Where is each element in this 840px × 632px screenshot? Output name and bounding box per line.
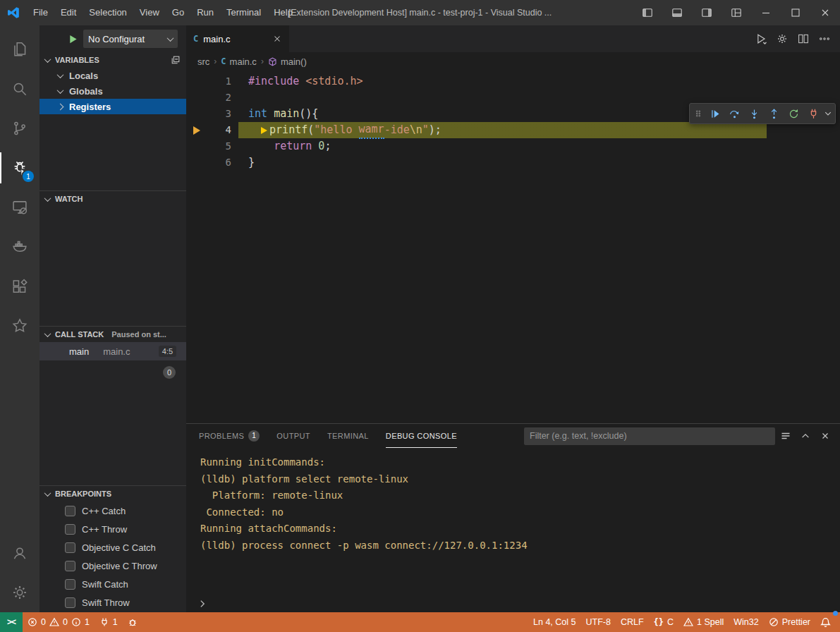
checkbox-unchecked[interactable] bbox=[65, 597, 75, 608]
line-content[interactable]: #include <stdio.h> bbox=[248, 73, 363, 90]
variables-item-registers[interactable]: Registers bbox=[39, 99, 186, 114]
cursor-position[interactable]: Ln 4, Col 5 bbox=[528, 612, 580, 632]
language-mode[interactable]: {} C bbox=[649, 612, 678, 632]
console-output[interactable]: Running initCommands:(lldb) platform sel… bbox=[186, 448, 840, 595]
remote-indicator[interactable]: >< bbox=[0, 612, 23, 632]
checkbox-unchecked[interactable] bbox=[65, 579, 75, 590]
toggle-sidebar-icon[interactable] bbox=[633, 0, 662, 25]
menu-selection[interactable]: Selection bbox=[83, 0, 133, 25]
problems-status[interactable]: 0 0 1 bbox=[23, 612, 95, 632]
close-tab-icon[interactable] bbox=[272, 34, 282, 44]
minimize-icon[interactable] bbox=[751, 0, 781, 25]
step-over-icon[interactable] bbox=[724, 104, 744, 123]
checkbox-unchecked[interactable] bbox=[65, 542, 75, 553]
ports-status[interactable]: 1 bbox=[95, 612, 123, 632]
toggle-panel-icon[interactable] bbox=[662, 0, 692, 25]
run-or-debug-icon[interactable] bbox=[751, 29, 771, 49]
activity-source-control[interactable] bbox=[0, 109, 39, 148]
notifications-bell[interactable] bbox=[815, 612, 836, 632]
glyph-margin[interactable] bbox=[186, 90, 207, 106]
spell-checker-status[interactable]: 1 Spell bbox=[678, 612, 729, 632]
encoding-selector[interactable]: UTF-8 bbox=[580, 612, 615, 632]
close-icon[interactable] bbox=[810, 0, 840, 25]
activity-search[interactable] bbox=[0, 69, 39, 109]
menu-view[interactable]: View bbox=[133, 0, 166, 25]
breadcrumb-main-c[interactable]: C main.c bbox=[221, 56, 257, 67]
console-filter-input[interactable] bbox=[524, 427, 775, 445]
launch-config-select[interactable]: No Configurat bbox=[83, 30, 178, 48]
start-debug-icon[interactable] bbox=[68, 34, 78, 44]
chevron-down-icon[interactable] bbox=[823, 104, 833, 123]
toggle-secondary-sidebar-icon[interactable] bbox=[692, 0, 722, 25]
activity-remote-explorer[interactable] bbox=[0, 188, 39, 227]
filter-list-icon[interactable] bbox=[777, 427, 795, 445]
console-input[interactable] bbox=[186, 595, 840, 612]
chevron-down-icon bbox=[44, 490, 51, 497]
code-editor[interactable]: 1#include <stdio.h>23int main(){4 printf… bbox=[186, 71, 840, 423]
continue-icon[interactable] bbox=[705, 104, 724, 123]
breadcrumb-src[interactable]: src bbox=[197, 56, 209, 67]
watch-header[interactable]: WATCH bbox=[39, 191, 186, 207]
eol-selector[interactable]: CRLF bbox=[616, 612, 649, 632]
panel-tab-debug-console[interactable]: DEBUG CONSOLE bbox=[386, 424, 457, 448]
glyph-margin[interactable] bbox=[186, 106, 207, 122]
bottom-panel: PROBLEMS1OUTPUTTERMINALDEBUG CONSOLE Run… bbox=[186, 423, 840, 612]
variables-item-locals[interactable]: Locals bbox=[39, 68, 186, 83]
breakpoint-item-objective-c-catch[interactable]: Objective C Catch bbox=[39, 538, 186, 557]
formatter-status[interactable]: Prettier bbox=[764, 612, 815, 632]
checkbox-unchecked[interactable] bbox=[65, 561, 75, 571]
breakpoint-item-c-catch[interactable]: C++ Catch bbox=[39, 502, 186, 520]
glyph-margin[interactable] bbox=[186, 122, 207, 138]
customize-layout-icon[interactable] bbox=[722, 0, 751, 25]
panel-tab-problems[interactable]: PROBLEMS1 bbox=[199, 424, 260, 448]
menu-run[interactable]: Run bbox=[190, 0, 220, 25]
call-stack-frame[interactable]: main main.c 4:5 bbox=[39, 342, 186, 360]
panel-tab-terminal[interactable]: TERMINAL bbox=[327, 424, 369, 448]
variables-item-globals[interactable]: Globals bbox=[39, 83, 186, 99]
split-editor-icon[interactable] bbox=[793, 29, 813, 49]
menu-terminal[interactable]: Terminal bbox=[220, 0, 267, 25]
breakpoint-item-objective-c-throw[interactable]: Objective C Throw bbox=[39, 557, 186, 575]
activity-account[interactable] bbox=[0, 533, 39, 573]
debug-status[interactable] bbox=[123, 612, 142, 632]
line-content[interactable]: printf("hello wamr-ide\n"); bbox=[248, 122, 442, 138]
menu-go[interactable]: Go bbox=[166, 0, 190, 25]
collapse-all-icon[interactable] bbox=[171, 55, 181, 65]
drag-handle-icon[interactable] bbox=[692, 104, 705, 123]
more-actions-icon[interactable] bbox=[815, 29, 834, 49]
step-out-icon[interactable] bbox=[764, 104, 784, 123]
activity-star[interactable] bbox=[0, 306, 39, 346]
tab-main-c[interactable]: C main.c bbox=[186, 25, 289, 52]
settings-gear-icon[interactable] bbox=[772, 29, 792, 49]
breakpoints-header[interactable]: BREAKPOINTS bbox=[39, 486, 186, 502]
activity-docker[interactable] bbox=[0, 227, 39, 267]
activity-settings[interactable] bbox=[0, 573, 39, 612]
restart-icon[interactable] bbox=[784, 104, 803, 123]
step-into-icon[interactable] bbox=[744, 104, 764, 123]
checkbox-unchecked[interactable] bbox=[65, 506, 75, 516]
breakpoint-item-c-throw[interactable]: C++ Throw bbox=[39, 520, 186, 538]
menu-edit[interactable]: Edit bbox=[54, 0, 83, 25]
panel-tab-output[interactable]: OUTPUT bbox=[276, 424, 310, 448]
breadcrumb-main-fn[interactable]: main() bbox=[268, 56, 307, 67]
breakpoint-item-swift-throw[interactable]: Swift Throw bbox=[39, 593, 186, 612]
checkbox-unchecked[interactable] bbox=[65, 524, 75, 535]
variables-header[interactable]: VARIABLES bbox=[39, 52, 186, 68]
glyph-margin[interactable] bbox=[186, 73, 207, 90]
activity-explorer[interactable] bbox=[0, 30, 39, 69]
activity-run-and-debug[interactable]: 1 bbox=[0, 148, 39, 188]
line-content[interactable]: } bbox=[248, 154, 255, 171]
line-content[interactable]: return 0; bbox=[248, 138, 331, 154]
glyph-margin[interactable] bbox=[186, 138, 207, 154]
glyph-margin[interactable] bbox=[186, 154, 207, 171]
maximize-icon[interactable] bbox=[781, 0, 810, 25]
platform-config[interactable]: Win32 bbox=[729, 612, 763, 632]
call-stack-header[interactable]: CALL STACK Paused on st... bbox=[39, 327, 186, 342]
close-panel-icon[interactable] bbox=[816, 427, 834, 445]
breakpoint-item-swift-catch[interactable]: Swift Catch bbox=[39, 575, 186, 593]
line-content[interactable]: int main(){ bbox=[248, 106, 318, 122]
chevron-up-icon[interactable] bbox=[796, 427, 815, 445]
menu-file[interactable]: File bbox=[27, 0, 54, 25]
activity-extensions[interactable] bbox=[0, 267, 39, 306]
disconnect-icon[interactable] bbox=[803, 104, 823, 123]
